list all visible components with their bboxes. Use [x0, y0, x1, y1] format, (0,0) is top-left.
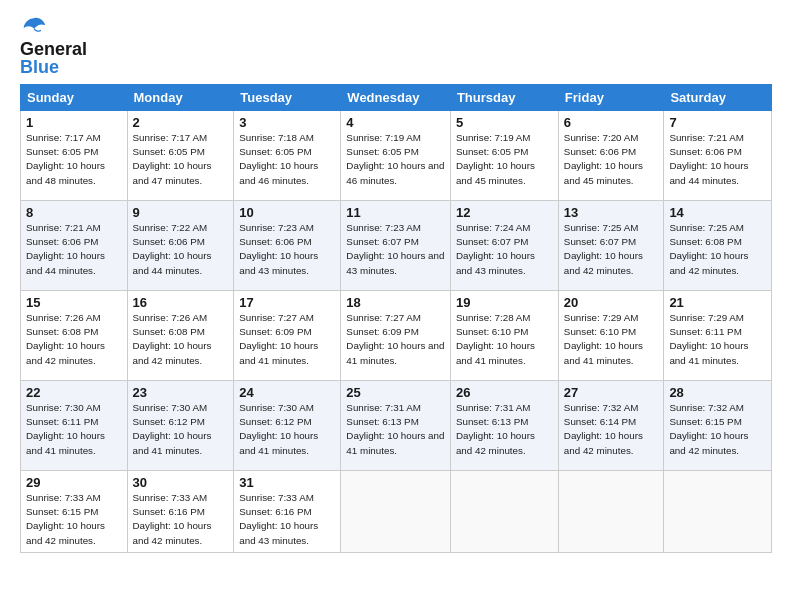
day-info: Sunrise: 7:17 AM Sunset: 6:05 PM Dayligh… — [133, 131, 229, 188]
day-info: Sunrise: 7:22 AM Sunset: 6:06 PM Dayligh… — [133, 221, 229, 278]
day-number: 11 — [346, 205, 445, 220]
day-number: 25 — [346, 385, 445, 400]
day-number: 16 — [133, 295, 229, 310]
calendar-cell: 20 Sunrise: 7:29 AM Sunset: 6:10 PM Dayl… — [558, 291, 664, 381]
day-info: Sunrise: 7:19 AM Sunset: 6:05 PM Dayligh… — [346, 131, 445, 188]
day-info: Sunrise: 7:32 AM Sunset: 6:15 PM Dayligh… — [669, 401, 766, 458]
day-number: 15 — [26, 295, 122, 310]
day-number: 1 — [26, 115, 122, 130]
calendar-cell: 15 Sunrise: 7:26 AM Sunset: 6:08 PM Dayl… — [21, 291, 128, 381]
day-number: 13 — [564, 205, 659, 220]
day-number: 7 — [669, 115, 766, 130]
calendar-cell: 19 Sunrise: 7:28 AM Sunset: 6:10 PM Dayl… — [450, 291, 558, 381]
day-number: 21 — [669, 295, 766, 310]
day-number: 14 — [669, 205, 766, 220]
calendar-cell: 8 Sunrise: 7:21 AM Sunset: 6:06 PM Dayli… — [21, 201, 128, 291]
day-info: Sunrise: 7:33 AM Sunset: 6:16 PM Dayligh… — [239, 491, 335, 548]
calendar-cell: 13 Sunrise: 7:25 AM Sunset: 6:07 PM Dayl… — [558, 201, 664, 291]
day-info: Sunrise: 7:26 AM Sunset: 6:08 PM Dayligh… — [133, 311, 229, 368]
col-header-saturday: Saturday — [664, 85, 772, 111]
day-number: 31 — [239, 475, 335, 490]
calendar-cell: 5 Sunrise: 7:19 AM Sunset: 6:05 PM Dayli… — [450, 111, 558, 201]
day-info: Sunrise: 7:29 AM Sunset: 6:10 PM Dayligh… — [564, 311, 659, 368]
logo-general: General — [20, 39, 87, 59]
day-info: Sunrise: 7:31 AM Sunset: 6:13 PM Dayligh… — [346, 401, 445, 458]
day-info: Sunrise: 7:25 AM Sunset: 6:08 PM Dayligh… — [669, 221, 766, 278]
calendar-cell — [664, 471, 772, 553]
calendar-week-4: 22 Sunrise: 7:30 AM Sunset: 6:11 PM Dayl… — [21, 381, 772, 471]
calendar-week-1: 1 Sunrise: 7:17 AM Sunset: 6:05 PM Dayli… — [21, 111, 772, 201]
day-info: Sunrise: 7:17 AM Sunset: 6:05 PM Dayligh… — [26, 131, 122, 188]
day-info: Sunrise: 7:23 AM Sunset: 6:07 PM Dayligh… — [346, 221, 445, 278]
day-info: Sunrise: 7:27 AM Sunset: 6:09 PM Dayligh… — [346, 311, 445, 368]
day-number: 8 — [26, 205, 122, 220]
day-number: 20 — [564, 295, 659, 310]
day-info: Sunrise: 7:32 AM Sunset: 6:14 PM Dayligh… — [564, 401, 659, 458]
calendar-cell: 30 Sunrise: 7:33 AM Sunset: 6:16 PM Dayl… — [127, 471, 234, 553]
calendar-cell: 22 Sunrise: 7:30 AM Sunset: 6:11 PM Dayl… — [21, 381, 128, 471]
col-header-wednesday: Wednesday — [341, 85, 451, 111]
calendar-cell: 12 Sunrise: 7:24 AM Sunset: 6:07 PM Dayl… — [450, 201, 558, 291]
calendar-cell — [558, 471, 664, 553]
day-info: Sunrise: 7:33 AM Sunset: 6:16 PM Dayligh… — [133, 491, 229, 548]
day-info: Sunrise: 7:27 AM Sunset: 6:09 PM Dayligh… — [239, 311, 335, 368]
day-info: Sunrise: 7:20 AM Sunset: 6:06 PM Dayligh… — [564, 131, 659, 188]
col-header-thursday: Thursday — [450, 85, 558, 111]
col-header-monday: Monday — [127, 85, 234, 111]
calendar-cell: 7 Sunrise: 7:21 AM Sunset: 6:06 PM Dayli… — [664, 111, 772, 201]
calendar-cell: 11 Sunrise: 7:23 AM Sunset: 6:07 PM Dayl… — [341, 201, 451, 291]
day-number: 19 — [456, 295, 553, 310]
day-info: Sunrise: 7:28 AM Sunset: 6:10 PM Dayligh… — [456, 311, 553, 368]
day-info: Sunrise: 7:30 AM Sunset: 6:12 PM Dayligh… — [239, 401, 335, 458]
day-number: 2 — [133, 115, 229, 130]
calendar-week-2: 8 Sunrise: 7:21 AM Sunset: 6:06 PM Dayli… — [21, 201, 772, 291]
day-number: 10 — [239, 205, 335, 220]
day-info: Sunrise: 7:18 AM Sunset: 6:05 PM Dayligh… — [239, 131, 335, 188]
calendar-cell: 14 Sunrise: 7:25 AM Sunset: 6:08 PM Dayl… — [664, 201, 772, 291]
calendar-cell: 31 Sunrise: 7:33 AM Sunset: 6:16 PM Dayl… — [234, 471, 341, 553]
calendar-cell: 9 Sunrise: 7:22 AM Sunset: 6:06 PM Dayli… — [127, 201, 234, 291]
day-info: Sunrise: 7:33 AM Sunset: 6:15 PM Dayligh… — [26, 491, 122, 548]
day-number: 22 — [26, 385, 122, 400]
day-number: 9 — [133, 205, 229, 220]
day-number: 17 — [239, 295, 335, 310]
logo: General Blue — [20, 16, 87, 76]
day-number: 5 — [456, 115, 553, 130]
day-info: Sunrise: 7:21 AM Sunset: 6:06 PM Dayligh… — [26, 221, 122, 278]
calendar-table: SundayMondayTuesdayWednesdayThursdayFrid… — [20, 84, 772, 553]
calendar-cell: 16 Sunrise: 7:26 AM Sunset: 6:08 PM Dayl… — [127, 291, 234, 381]
day-info: Sunrise: 7:31 AM Sunset: 6:13 PM Dayligh… — [456, 401, 553, 458]
col-header-sunday: Sunday — [21, 85, 128, 111]
logo-blue: Blue — [20, 58, 87, 76]
calendar-cell: 10 Sunrise: 7:23 AM Sunset: 6:06 PM Dayl… — [234, 201, 341, 291]
calendar-week-5: 29 Sunrise: 7:33 AM Sunset: 6:15 PM Dayl… — [21, 471, 772, 553]
day-number: 12 — [456, 205, 553, 220]
calendar-cell: 28 Sunrise: 7:32 AM Sunset: 6:15 PM Dayl… — [664, 381, 772, 471]
calendar-cell: 2 Sunrise: 7:17 AM Sunset: 6:05 PM Dayli… — [127, 111, 234, 201]
day-number: 26 — [456, 385, 553, 400]
day-info: Sunrise: 7:30 AM Sunset: 6:11 PM Dayligh… — [26, 401, 122, 458]
page: General Blue SundayMondayTuesdayWednesda… — [0, 0, 792, 563]
calendar-cell: 27 Sunrise: 7:32 AM Sunset: 6:14 PM Dayl… — [558, 381, 664, 471]
calendar-header-row: SundayMondayTuesdayWednesdayThursdayFrid… — [21, 85, 772, 111]
col-header-tuesday: Tuesday — [234, 85, 341, 111]
calendar-cell: 21 Sunrise: 7:29 AM Sunset: 6:11 PM Dayl… — [664, 291, 772, 381]
day-number: 6 — [564, 115, 659, 130]
day-number: 3 — [239, 115, 335, 130]
day-info: Sunrise: 7:19 AM Sunset: 6:05 PM Dayligh… — [456, 131, 553, 188]
day-info: Sunrise: 7:29 AM Sunset: 6:11 PM Dayligh… — [669, 311, 766, 368]
day-number: 30 — [133, 475, 229, 490]
day-number: 18 — [346, 295, 445, 310]
header: General Blue — [20, 16, 772, 76]
calendar-cell: 24 Sunrise: 7:30 AM Sunset: 6:12 PM Dayl… — [234, 381, 341, 471]
day-number: 28 — [669, 385, 766, 400]
calendar-cell — [450, 471, 558, 553]
calendar-cell: 17 Sunrise: 7:27 AM Sunset: 6:09 PM Dayl… — [234, 291, 341, 381]
day-info: Sunrise: 7:23 AM Sunset: 6:06 PM Dayligh… — [239, 221, 335, 278]
day-info: Sunrise: 7:30 AM Sunset: 6:12 PM Dayligh… — [133, 401, 229, 458]
calendar-cell: 3 Sunrise: 7:18 AM Sunset: 6:05 PM Dayli… — [234, 111, 341, 201]
calendar-cell: 6 Sunrise: 7:20 AM Sunset: 6:06 PM Dayli… — [558, 111, 664, 201]
calendar-cell: 26 Sunrise: 7:31 AM Sunset: 6:13 PM Dayl… — [450, 381, 558, 471]
calendar-cell: 25 Sunrise: 7:31 AM Sunset: 6:13 PM Dayl… — [341, 381, 451, 471]
calendar-cell — [341, 471, 451, 553]
